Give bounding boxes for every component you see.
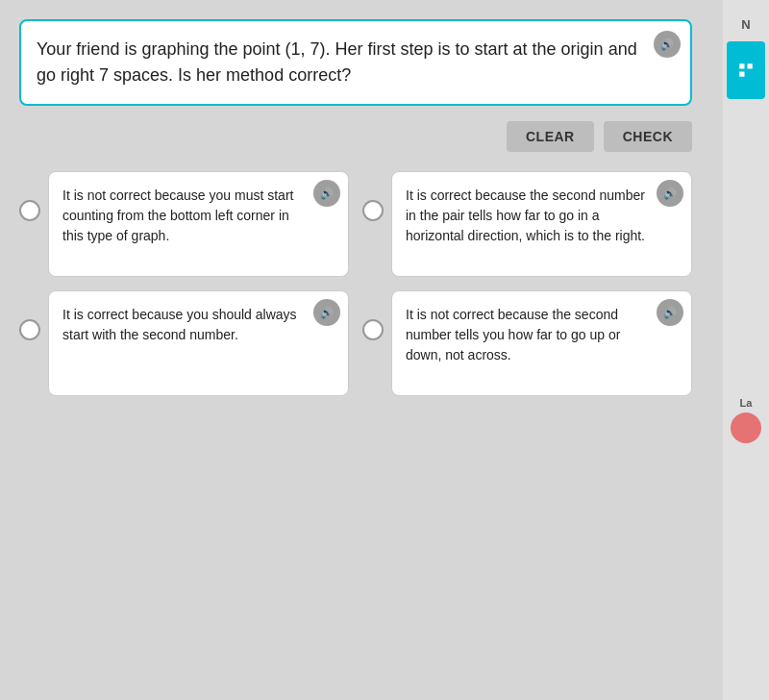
answer-card-b: It is correct because the second number …: [391, 171, 692, 277]
radio-d[interactable]: [362, 319, 384, 340]
radio-a[interactable]: [19, 200, 40, 221]
answer-text-b: It is correct because the second number …: [406, 188, 645, 243]
svg-rect-1: [748, 63, 753, 68]
answer-text-d: It is not correct because the second num…: [406, 307, 620, 362]
svg-rect-2: [739, 72, 744, 77]
answer-text-a: It is not correct because you must start…: [62, 188, 293, 243]
radio-c[interactable]: [19, 319, 40, 340]
question-text: Your friend is graphing the point (1, 7)…: [37, 39, 637, 85]
speaker-icon-d: [663, 306, 677, 319]
radio-b[interactable]: [362, 200, 384, 221]
clear-button[interactable]: CLEAR: [507, 121, 594, 152]
speaker-icon: [660, 38, 674, 51]
speaker-icon-b: [663, 187, 677, 200]
answer-card-d: It is not correct because the second num…: [391, 290, 692, 396]
answer-item-a: It is not correct because you must start…: [19, 171, 349, 277]
sidebar-icon-top: [737, 62, 755, 79]
answer-card-c: It is correct because you should always …: [48, 290, 349, 396]
speaker-icon-c: [320, 306, 334, 319]
check-button[interactable]: CHECK: [604, 121, 692, 152]
sidebar-la-circle[interactable]: [731, 412, 761, 443]
speaker-icon-a: [320, 187, 334, 200]
audio-button-c[interactable]: [313, 299, 340, 326]
svg-rect-0: [739, 63, 744, 68]
button-row: CLEAR CHECK: [19, 121, 692, 152]
answer-item-b: It is correct because the second number …: [362, 171, 692, 277]
answer-item-d: It is not correct because the second num…: [362, 290, 692, 396]
question-audio-button[interactable]: [654, 31, 681, 58]
audio-button-b[interactable]: [657, 180, 683, 207]
question-box: Your friend is graphing the point (1, 7)…: [19, 19, 692, 106]
answer-item-c: It is correct because you should always …: [19, 290, 349, 396]
answer-grid: It is not correct because you must start…: [19, 171, 692, 396]
sidebar-teal-top[interactable]: [727, 41, 765, 99]
sidebar: N La: [723, 0, 769, 700]
audio-button-d[interactable]: [657, 299, 683, 326]
answer-text-c: It is correct because you should always …: [62, 307, 297, 342]
sidebar-la-label: La: [740, 397, 753, 409]
main-area: Your friend is graphing the point (1, 7)…: [0, 0, 723, 700]
sidebar-n-label: N: [741, 17, 750, 32]
audio-button-a[interactable]: [313, 180, 340, 207]
answer-card-a: It is not correct because you must start…: [48, 171, 349, 277]
